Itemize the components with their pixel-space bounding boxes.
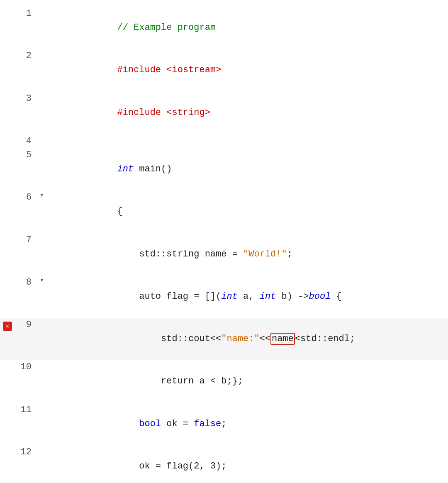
line-number: 11 [15,403,40,445]
line-number: 9 [15,318,40,360]
line-arrow [40,360,48,402]
line-code[interactable]: ok = flag(2, 3); [48,445,448,483]
table-row: 12 ok = flag(2, 3); [0,445,448,483]
code-token: int [117,164,139,174]
code-token: false [194,419,221,429]
code-token: std::string name = [117,249,243,259]
code-token: bool [139,419,166,429]
code-token: << [260,334,270,344]
line-arrow [40,445,48,483]
line-code[interactable]: // Example program [48,7,448,49]
line-arrow [40,233,48,276]
line-number: 6 [15,190,40,233]
line-number: 5 [15,148,40,190]
code-token: ok = flag(2, 3); [117,461,226,471]
line-arrow [40,318,48,360]
code-token: return a < b;}; [117,376,243,386]
table-row: 1 // Example program [0,7,448,49]
code-token: int [260,291,282,302]
line-arrow [40,92,48,134]
line-arrow [40,403,48,445]
breakpoint-cell [0,190,15,233]
breakpoint-cell: ✕ [0,318,15,360]
code-token: bool [309,291,331,302]
line-code[interactable]: std::cout<<"name:"<<name<std::endl; [48,318,448,360]
code-token: ; [287,249,292,259]
breakpoint-cell [0,360,15,402]
code-token-highlighted: name [270,333,295,345]
code-token: b) -> [282,291,309,302]
table-row-error: ✕ 9 std::cout<<"name:"<<name<std::endl; [0,318,448,360]
line-number: 3 [15,92,40,134]
breakpoint-cell [0,49,15,91]
line-arrow: ▾ [40,190,48,233]
line-code[interactable]: auto flag = [](int a, int b) ->bool { [48,276,448,318]
table-row: 11 bool ok = false; [0,403,448,445]
line-number: 12 [15,445,40,483]
code-token: { [331,291,341,302]
breakpoint-cell [0,92,15,134]
breakpoint-cell [0,276,15,318]
code-token: a, [243,291,260,302]
code-token: int [221,291,243,302]
code-token [117,419,139,429]
line-number: 4 [15,134,40,148]
line-code[interactable]: int main() [48,148,448,190]
line-arrow: ▾ [40,276,48,318]
breakpoint-cell [0,445,15,483]
line-number: 8 [15,276,40,318]
table-row: 5 int main() [0,148,448,190]
line-code[interactable]: #include <string> [48,92,448,134]
code-token: "name:" [221,334,259,344]
table-row: 6 ▾ { [0,190,448,233]
code-editor: 1 // Example program 2 #include <iostrea… [0,0,448,483]
line-code[interactable]: bool ok = false; [48,403,448,445]
line-code[interactable]: std::string name = "World!"; [48,233,448,276]
line-arrow [40,148,48,190]
line-arrow [40,7,48,49]
code-token: "World!" [243,249,287,259]
code-token: { [117,206,122,217]
line-arrow [40,49,48,91]
line-code[interactable]: return a < b;}; [48,360,448,402]
code-token: ok = [166,419,194,429]
breakpoint-cell [0,134,15,148]
code-token: #include <string> [117,107,210,118]
line-number: 1 [15,7,40,49]
code-token: auto flag = []( [117,291,221,302]
table-row: 4 [0,134,448,148]
line-arrow [40,134,48,148]
code-token: <std::endl; [295,334,355,344]
code-token: main() [139,164,172,174]
table-row: 8 ▾ auto flag = [](int a, int b) ->bool … [0,276,448,318]
line-number: 10 [15,360,40,402]
table-row: 2 #include <iostream> [0,49,448,91]
line-code[interactable] [48,134,448,148]
code-token: // Example program [117,22,216,33]
code-token: ; [221,419,226,429]
code-token: std::cout<< [117,334,221,344]
table-row: 7 std::string name = "World!"; [0,233,448,276]
breakpoint-icon: ✕ [3,322,12,331]
line-code[interactable]: { [48,190,448,233]
breakpoint-cell [0,148,15,190]
line-number: 2 [15,49,40,91]
table-row: 3 #include <string> [0,92,448,134]
main-container: 1 // Example program 2 #include <iostrea… [0,0,448,483]
line-number: 7 [15,233,40,276]
code-token: #include <iostream> [117,65,221,75]
line-code[interactable]: #include <iostream> [48,49,448,91]
breakpoint-cell [0,233,15,276]
breakpoint-cell [0,7,15,49]
code-table: 1 // Example program 2 #include <iostrea… [0,7,448,483]
breakpoint-cell [0,403,15,445]
table-row: 10 return a < b;}; [0,360,448,402]
